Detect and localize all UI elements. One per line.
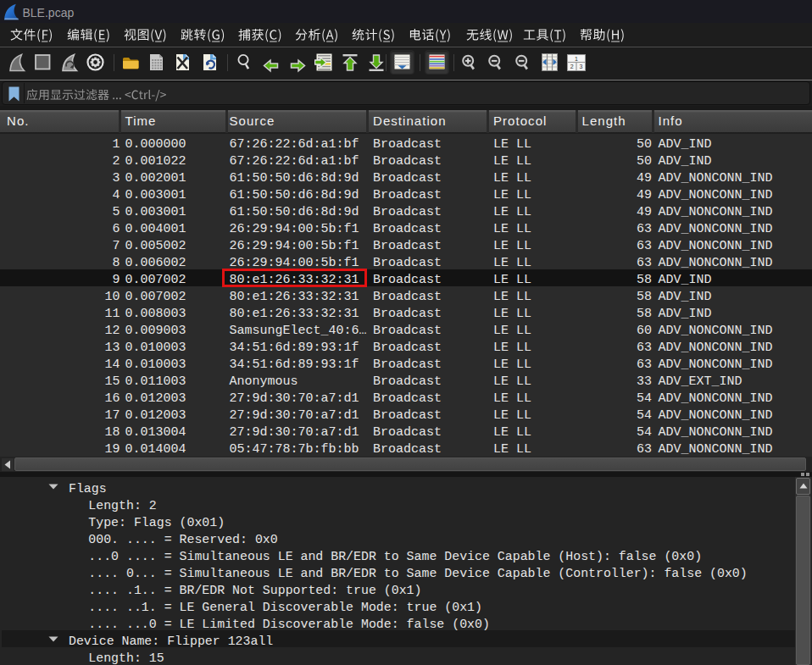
svg-text:1: 1	[575, 56, 578, 62]
svg-text:2: 2	[570, 64, 574, 69]
svg-text:3: 3	[579, 64, 582, 69]
